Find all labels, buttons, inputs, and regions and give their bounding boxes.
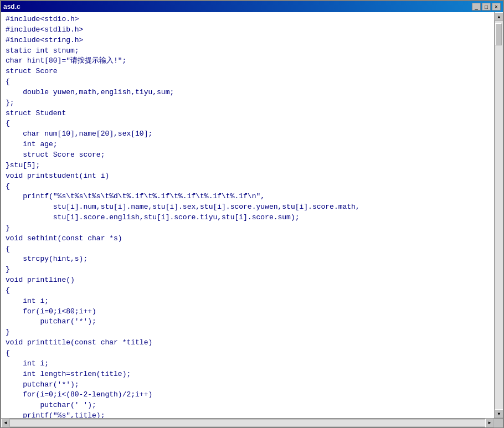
minimize-button[interactable]: _	[472, 3, 481, 11]
code-line: for(i=0;i<80;i++)	[6, 307, 490, 317]
scroll-track-vertical[interactable]	[495, 21, 503, 409]
code-line: char num[10],name[20],sex[10];	[6, 129, 490, 140]
code-line: int age;	[6, 140, 490, 150]
window-title: asd.c	[3, 3, 20, 11]
code-line: void printline()	[6, 275, 490, 286]
code-line: struct Score	[6, 66, 490, 77]
code-line: {	[6, 244, 490, 255]
code-line: #include<stdlib.h>	[6, 25, 490, 35]
code-editor[interactable]: #include<stdio.h>#include<stdlib.h>#incl…	[1, 12, 494, 418]
scroll-left-button[interactable]: ◄	[1, 419, 10, 427]
code-line: stu[i].num,stu[i].name,stu[i].sex,stu[i]…	[6, 202, 490, 213]
code-line: }	[6, 223, 490, 234]
code-line: putchar(' ');	[6, 400, 490, 411]
main-window: asd.c _ □ × #include<stdio.h>#include<st…	[0, 0, 504, 428]
code-line: printf("%s\t%s\t%s\t%d\t%.1f\t%.1f\t%.1f…	[6, 192, 490, 202]
code-line: #include<string.h>	[6, 35, 490, 46]
horizontal-scrollbar[interactable]: ◄ ►	[1, 419, 494, 427]
scroll-thumb-vertical[interactable]	[495, 23, 502, 45]
code-line: int i;	[6, 296, 490, 307]
code-line: void sethint(const char *s)	[6, 234, 490, 244]
code-line: }	[6, 327, 490, 338]
code-line: static int stnum;	[6, 46, 490, 56]
maximize-button[interactable]: □	[482, 3, 491, 11]
code-line: int i;	[6, 359, 490, 369]
code-line: struct Student	[6, 109, 490, 119]
code-line: {	[6, 286, 490, 296]
code-line: putchar('*');	[6, 317, 490, 327]
code-line: struct Score score;	[6, 150, 490, 161]
code-line: }stu[5];	[6, 161, 490, 171]
scroll-right-button[interactable]: ►	[485, 419, 494, 427]
code-line: char hint[80]="请按提示输入!";	[6, 56, 490, 66]
window-controls: _ □ ×	[472, 3, 501, 11]
code-line: #include<stdio.h>	[6, 14, 490, 25]
scroll-up-button[interactable]: ▲	[495, 12, 503, 21]
scroll-down-button[interactable]: ▼	[495, 409, 503, 418]
bottom-bar: ◄ ►	[1, 418, 503, 427]
code-line: for(i=0;i<(80-2-length)/2;i++)	[6, 390, 490, 400]
code-line: {	[6, 77, 490, 87]
close-button[interactable]: ×	[492, 3, 501, 11]
scroll-corner	[494, 419, 503, 427]
vertical-scrollbar[interactable]: ▲ ▼	[494, 12, 503, 418]
code-line: };	[6, 98, 490, 109]
code-line: void printtitle(const char *title)	[6, 338, 490, 348]
code-line: strcpy(hint,s);	[6, 254, 490, 265]
code-line: {	[6, 118, 490, 129]
code-line: {	[6, 348, 490, 359]
code-container: #include<stdio.h>#include<stdlib.h>#incl…	[1, 12, 503, 418]
code-line: stu[i].score.english,stu[i].score.tiyu,s…	[6, 213, 490, 223]
code-line: double yuwen,math,english,tiyu,sum;	[6, 87, 490, 98]
code-line: printf("%s",title);	[6, 411, 490, 418]
code-line: void printstudent(int i)	[6, 171, 490, 182]
scroll-track-horizontal[interactable]	[10, 420, 485, 426]
code-line: int length=strlen(title);	[6, 369, 490, 380]
code-line: }	[6, 265, 490, 275]
title-bar: asd.c _ □ ×	[1, 1, 503, 12]
code-line: {	[6, 182, 490, 192]
code-line: putchar('*');	[6, 380, 490, 390]
